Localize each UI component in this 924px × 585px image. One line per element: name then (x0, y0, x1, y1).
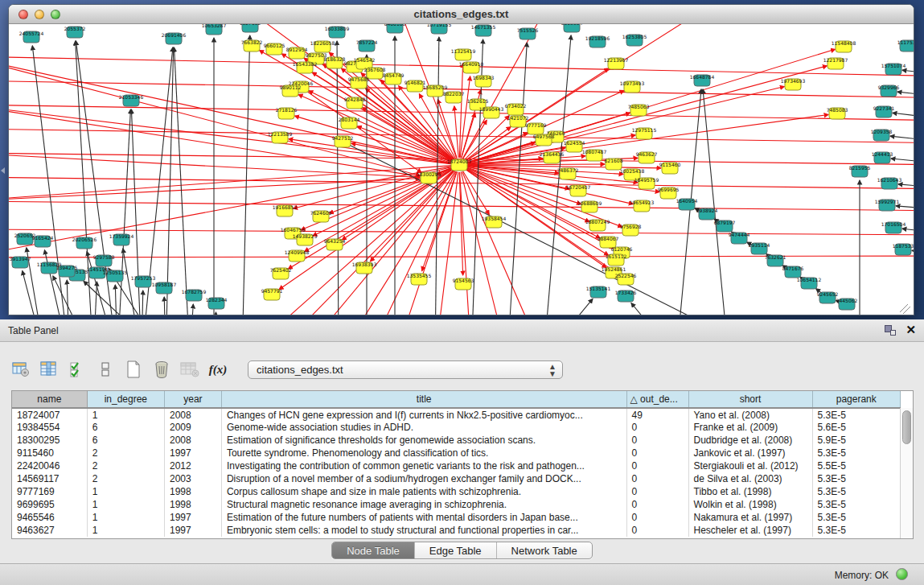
graph-node[interactable]: 8912954 (286, 47, 308, 59)
table-cell[interactable]: 9777169 (12, 485, 87, 498)
citation-edge[interactable] (242, 35, 250, 315)
table-cell[interactable]: Investigating the contribution of common… (221, 459, 626, 472)
citation-edge[interactable] (890, 136, 914, 142)
citation-edge[interactable] (897, 92, 914, 97)
citation-edge[interactable] (115, 285, 117, 315)
graph-node[interactable]: 9329966 (878, 84, 900, 97)
graph-node[interactable]: 1209358 (871, 129, 893, 141)
graph-node[interactable]: 6879197 (714, 220, 736, 232)
table-cell[interactable]: Estimation of the future numbers of pati… (221, 511, 626, 524)
citation-edge[interactable] (166, 47, 173, 315)
graph-node[interactable]: 10719155 (427, 24, 452, 34)
graph-node[interactable]: 1615112 (606, 253, 627, 266)
column-header-pagerank[interactable]: pagerank (812, 391, 900, 408)
graph-node[interactable]: 24055724 (19, 31, 44, 43)
graph-node[interactable]: 16720407 (566, 184, 591, 196)
graph-node[interactable]: 9115460 (659, 162, 681, 174)
table-cell[interactable]: Corpus callosum shape and size in male p… (221, 485, 626, 498)
graph-node[interactable]: 8822037 (443, 91, 465, 103)
table-cell[interactable]: Franke et al. (2009) (688, 421, 812, 434)
graph-node[interactable]: 1282344 (206, 297, 228, 309)
citation-edge[interactable] (164, 297, 166, 315)
graph-node[interactable]: 12217987 (823, 57, 848, 69)
table-cell[interactable]: Disruption of a novel member of a sodium… (221, 472, 626, 485)
table-cell[interactable]: 0 (626, 434, 688, 447)
citation-edge[interactable] (703, 89, 728, 315)
table-row[interactable]: 2242004622012Investigating the contribut… (12, 459, 901, 472)
citation-edge[interactable] (891, 159, 914, 164)
table-cell[interactable]: Hescheler et al. (1997) (688, 524, 812, 537)
network-canvas[interactable]: 2405572420553722069140610653287152760216… (9, 24, 914, 315)
table-cell[interactable]: 5.6E-5 (812, 421, 900, 434)
graph-node[interactable]: 16782759 (182, 289, 207, 301)
graph-node[interactable]: 8186328 (324, 56, 346, 68)
table-cell[interactable]: 1997 (164, 524, 221, 537)
citation-edge[interactable] (902, 229, 914, 234)
table-cell[interactable]: 49 (626, 408, 688, 421)
table-row[interactable]: 969969511998Structural magnetic resonanc… (12, 498, 901, 511)
table-row[interactable]: 911546021997Tourette syndrome. Phenomeno… (12, 447, 901, 459)
graph-node[interactable]: 9227341 (873, 105, 895, 117)
table-cell[interactable]: 1 (87, 408, 164, 421)
table-cell[interactable]: Genome-wide association studies in ADHD. (221, 421, 626, 434)
citation-network-graph[interactable]: 2405572420553722069140610653287152760216… (9, 24, 914, 315)
scrollbar-thumb[interactable] (902, 410, 911, 444)
citation-edge[interactable] (454, 106, 458, 158)
table-cell[interactable]: 2009 (164, 421, 221, 434)
table-cell[interactable]: 1 (87, 524, 164, 537)
citation-edge[interactable] (896, 206, 914, 210)
table-cell[interactable]: 0 (626, 459, 688, 472)
graph-node[interactable]: 13535455 (407, 273, 432, 285)
table-cell[interactable]: 1 (87, 485, 164, 498)
graph-node[interactable]: 19166852 (273, 204, 298, 216)
graph-node[interactable]: 2718126 (276, 107, 298, 119)
graph-node[interactable]: 2055372 (64, 26, 86, 38)
graph-node[interactable]: 8813054 (561, 24, 583, 32)
graph-node[interactable]: 7632621 (765, 254, 786, 266)
graph-node[interactable]: 8471676 (782, 266, 804, 278)
graph-node[interactable]: 16938393 (352, 262, 377, 274)
citation-edge[interactable] (436, 172, 458, 315)
graph-node[interactable]: 18990443 (479, 106, 504, 118)
table-cell[interactable]: 5.5E-5 (812, 459, 900, 472)
table-cell[interactable]: Structural magnetic resonance image aver… (221, 498, 626, 511)
table-cell[interactable]: 0 (626, 485, 688, 498)
table-cell[interactable]: 6 (87, 421, 164, 434)
graph-node[interactable]: 9660125 (264, 43, 285, 55)
graph-node[interactable]: 1698343 (473, 75, 495, 87)
network-window-titlebar[interactable]: citations_edges.txt (9, 5, 914, 24)
citation-edge[interactable] (893, 113, 914, 120)
table-cell[interactable]: 2012 (164, 459, 221, 472)
table-cell[interactable]: 1997 (164, 447, 221, 459)
table-cell[interactable]: 5.3E-5 (812, 498, 900, 511)
table-cell[interactable]: 18300295 (12, 434, 87, 447)
table-cell[interactable]: Estimation of significance thresholds fo… (221, 434, 626, 447)
citation-edge[interactable] (23, 271, 43, 315)
table-cell[interactable]: 18724007 (12, 408, 87, 421)
graph-node[interactable]: 20691406 (162, 32, 187, 44)
table-cell[interactable]: 2008 (164, 434, 221, 447)
graph-node[interactable]: 9297588 (93, 254, 115, 266)
graph-node[interactable]: 1527602 (240, 24, 261, 32)
citation-edge[interactable] (459, 172, 462, 275)
citation-edge[interactable] (460, 172, 471, 315)
graph-node[interactable]: 21053346 (119, 94, 144, 106)
graph-node[interactable]: 20206526 (72, 237, 97, 249)
table-cell[interactable]: Tibbo et al. (1998) (688, 485, 812, 498)
table-cell[interactable]: 6 (87, 434, 164, 447)
graph-node[interactable]: 14671355 (471, 24, 496, 36)
citation-edge[interactable] (93, 282, 97, 315)
citation-edge[interactable] (902, 70, 914, 76)
graph-node[interactable]: 9245652 (817, 291, 839, 303)
graph-node[interactable]: 9165424 (32, 235, 54, 247)
graph-node[interactable]: 9427512 (332, 135, 354, 147)
citation-edge[interactable] (67, 280, 68, 315)
graph-node[interactable]: 6497568 (533, 134, 555, 146)
graph-node[interactable]: 18807249 (585, 219, 610, 231)
table-cell[interactable]: 2 (87, 472, 164, 485)
graph-node[interactable]: 7486372 (557, 167, 579, 179)
graph-node[interactable]: 7624605 (310, 210, 332, 222)
graph-node[interactable]: 16033809 (325, 26, 350, 38)
table-cell[interactable]: Dudbridge et al. (2008) (688, 434, 812, 447)
table-cell[interactable]: 0 (626, 447, 688, 459)
